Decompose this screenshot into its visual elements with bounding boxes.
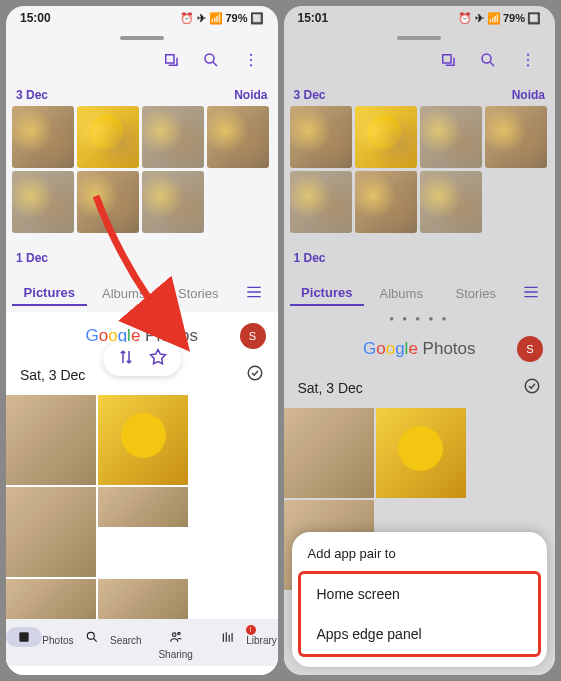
photo-thumb[interactable] xyxy=(77,171,139,233)
option-home-screen[interactable]: Home screen xyxy=(301,574,539,614)
split-controls xyxy=(103,342,181,376)
phone-right: 15:01 ⏰ ✈ 📶 79%🔲 3 Dec Noida 1 Dec Pictu… xyxy=(284,6,556,675)
svg-point-13 xyxy=(527,59,529,61)
option-apps-edge-panel[interactable]: Apps edge panel xyxy=(301,614,539,654)
svg-point-15 xyxy=(525,379,539,393)
photo-thumb[interactable] xyxy=(142,171,204,233)
google-photos-logo: Google Photos xyxy=(363,339,476,359)
tab-pictures[interactable]: Pictures xyxy=(290,281,365,306)
date-header-2: 1 Dec xyxy=(6,233,278,273)
check-all-icon[interactable] xyxy=(246,364,264,385)
gallery-tabs: Pictures Albums Stories xyxy=(284,273,556,312)
status-bar: 15:00 ⏰ ✈ 📶 79%🔲 xyxy=(6,6,278,30)
nav-sharing[interactable]: Sharing xyxy=(142,627,210,660)
select-icon[interactable] xyxy=(162,51,180,73)
svg-rect-6 xyxy=(20,632,29,641)
photo-thumb[interactable] xyxy=(485,106,547,168)
gphotos-header: Google Photos S xyxy=(284,325,556,369)
photo-thumb[interactable] xyxy=(12,106,74,168)
gphotos-date-row: Sat, 3 Dec xyxy=(284,369,556,408)
status-right: ⏰ ✈ 📶 79%🔲 xyxy=(458,12,541,25)
menu-icon[interactable] xyxy=(236,286,272,301)
gphoto-thumb[interactable] xyxy=(376,408,466,498)
date-header: 3 Dec Noida xyxy=(6,82,278,106)
annotation-highlight: Home screen Apps edge panel xyxy=(298,571,542,657)
drag-handle[interactable] xyxy=(120,36,164,40)
nav-photos[interactable]: Photos xyxy=(6,627,74,660)
gphotos-bottom-nav: Photos Search Sharing !Library xyxy=(6,619,278,666)
svg-point-11 xyxy=(482,54,491,63)
tab-stories[interactable]: Stories xyxy=(161,282,236,305)
date-header: 3 Dec Noida xyxy=(284,82,556,106)
account-avatar[interactable]: S xyxy=(240,323,266,349)
search-icon[interactable] xyxy=(202,51,220,73)
svg-rect-10 xyxy=(443,55,451,63)
check-all-icon[interactable] xyxy=(523,377,541,398)
badge-icon: ! xyxy=(246,625,256,635)
gphoto-thumb[interactable] xyxy=(6,579,96,619)
swap-icon[interactable] xyxy=(117,348,135,370)
svg-point-12 xyxy=(527,54,529,56)
svg-point-4 xyxy=(249,64,251,66)
tab-albums[interactable]: Albums xyxy=(364,282,439,305)
photo-thumb[interactable] xyxy=(355,171,417,233)
search-icon[interactable] xyxy=(479,51,497,73)
svg-point-2 xyxy=(249,54,251,56)
gallery-toolbar xyxy=(284,42,556,82)
menu-icon[interactable] xyxy=(513,286,549,301)
status-time: 15:00 xyxy=(20,11,51,25)
gphoto-thumb[interactable] xyxy=(284,408,374,498)
more-icon[interactable] xyxy=(519,51,537,73)
photo-grid xyxy=(284,106,556,233)
date-header-2: 1 Dec xyxy=(284,233,556,273)
star-icon[interactable] xyxy=(149,348,167,370)
status-time: 15:01 xyxy=(298,11,329,25)
date-label: 3 Dec xyxy=(16,88,48,102)
date-label: 3 Dec xyxy=(294,88,326,102)
nav-search[interactable]: Search xyxy=(74,627,142,660)
svg-point-1 xyxy=(205,54,214,63)
photo-thumb[interactable] xyxy=(77,106,139,168)
photo-thumb[interactable] xyxy=(290,106,352,168)
photo-thumb[interactable] xyxy=(207,106,269,168)
photo-thumb[interactable] xyxy=(142,106,204,168)
photo-thumb[interactable] xyxy=(420,106,482,168)
photo-grid xyxy=(6,106,278,233)
tab-albums[interactable]: Albums xyxy=(87,282,162,305)
more-icon[interactable] xyxy=(242,51,260,73)
photo-thumb[interactable] xyxy=(12,171,74,233)
tab-pictures[interactable]: Pictures xyxy=(12,281,87,306)
svg-point-14 xyxy=(527,64,529,66)
gphoto-thumb[interactable] xyxy=(98,487,188,527)
split-dots[interactable]: ● ● ● ● ● xyxy=(284,312,556,325)
svg-point-5 xyxy=(248,366,262,380)
photo-thumb[interactable] xyxy=(420,171,482,233)
location-label: Noida xyxy=(512,88,545,102)
svg-point-3 xyxy=(249,59,251,61)
gallery-toolbar xyxy=(6,42,278,82)
drag-handle[interactable] xyxy=(397,36,441,40)
nav-library[interactable]: !Library xyxy=(210,627,278,660)
gphoto-thumb[interactable] xyxy=(98,579,188,619)
gphotos-grid xyxy=(6,395,278,619)
tab-stories[interactable]: Stories xyxy=(439,282,514,305)
svg-point-9 xyxy=(177,632,179,634)
svg-rect-0 xyxy=(165,55,173,63)
status-right: ⏰ ✈ 📶 79%🔲 xyxy=(180,12,263,25)
gphoto-thumb[interactable] xyxy=(6,487,96,577)
gphotos-date: Sat, 3 Dec xyxy=(20,367,85,383)
gphoto-thumb[interactable] xyxy=(6,395,96,485)
location-label: Noida xyxy=(234,88,267,102)
account-avatar[interactable]: S xyxy=(517,336,543,362)
status-bar: 15:01 ⏰ ✈ 📶 79%🔲 xyxy=(284,6,556,30)
gphoto-thumb[interactable] xyxy=(98,395,188,485)
svg-point-8 xyxy=(172,633,176,637)
action-sheet: Add app pair to Home screen Apps edge pa… xyxy=(292,532,548,667)
svg-point-7 xyxy=(87,632,94,639)
photo-thumb[interactable] xyxy=(290,171,352,233)
gallery-tabs: Pictures Albums Stories xyxy=(6,273,278,312)
select-icon[interactable] xyxy=(439,51,457,73)
photo-thumb[interactable] xyxy=(355,106,417,168)
gphotos-date: Sat, 3 Dec xyxy=(298,380,363,396)
phone-left: 15:00 ⏰ ✈ 📶 79%🔲 3 Dec Noida 1 Dec Pictu… xyxy=(6,6,278,675)
